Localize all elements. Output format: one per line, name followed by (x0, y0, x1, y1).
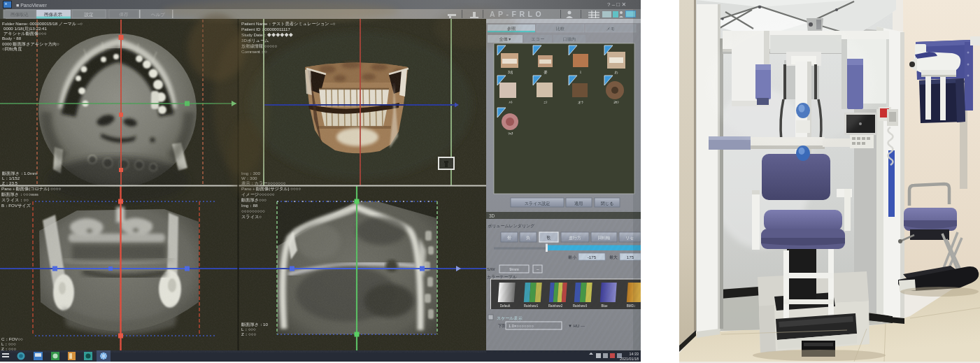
svg-text:適用: 適用 (574, 201, 583, 206)
svg-text:オﾗ: オﾗ (578, 100, 583, 105)
svg-text:ﾊﾄ: ﾊﾄ (509, 100, 513, 104)
svg-text:3名: 3名 (508, 70, 513, 74)
svg-text:ﾖﾔｼ: ﾖﾔｼ (613, 100, 619, 104)
svg-text:閉じる: 閉じる (601, 201, 613, 206)
svg-text:保存: 保存 (120, 12, 129, 17)
svg-text:2021/01/18: 2021/01/18 (620, 357, 639, 361)
svg-text:画像表示: 画像表示 (44, 12, 63, 17)
svg-text:委: 委 (544, 70, 548, 74)
svg-text:ﾆｼ: ﾆｼ (544, 100, 548, 104)
svg-text:設定: 設定 (85, 12, 94, 17)
svg-text:わ: わ (614, 70, 618, 74)
svg-text:ﾂﾍﾁ: ﾂﾍﾁ (508, 131, 513, 136)
svg-text:画像取込: 画像取込 (10, 12, 29, 17)
svg-text:スライス設定: スライス設定 (525, 201, 551, 206)
svg-text:■ PanoViewer: ■ PanoViewer (16, 3, 47, 8)
svg-text:? – □ ✕: ? – □ ✕ (607, 1, 626, 8)
